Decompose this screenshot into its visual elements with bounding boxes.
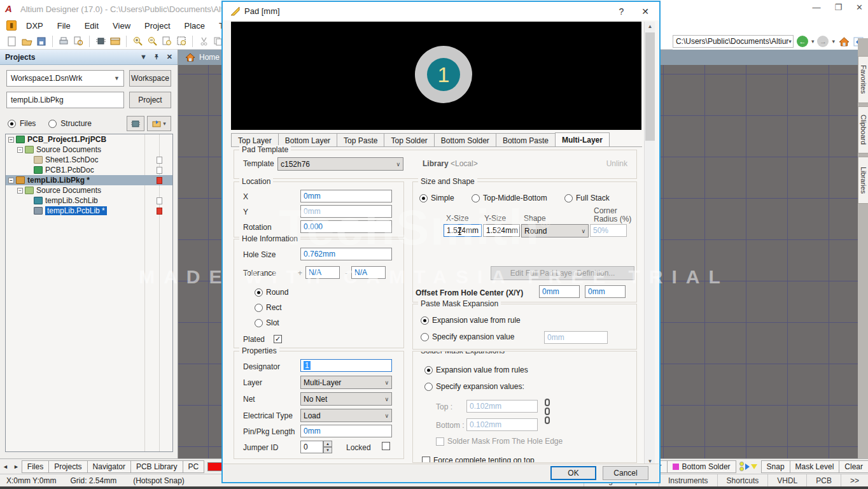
maximize-button[interactable]: ❐	[834, 3, 842, 12]
dialog-scrollbar[interactable]: ▲ ▼	[644, 22, 655, 467]
y-size-input[interactable]: 1.524mm	[483, 224, 520, 237]
tree-item-pcblib[interactable]: tempLib.PcbLib *	[6, 206, 172, 216]
corner-radius-input[interactable]: 50%	[590, 224, 627, 237]
tolerance-plus-input[interactable]: N/A	[305, 266, 340, 279]
solder-top-input[interactable]: 0.102mm	[466, 400, 538, 413]
designator-input[interactable]: 1	[300, 359, 392, 372]
solder-bottom-input[interactable]: 0.102mm	[466, 418, 538, 431]
open-document-icon[interactable]	[21, 36, 32, 47]
paste-specify-radio[interactable]: Specify expansion value	[421, 332, 514, 341]
y-input[interactable]: 0mm	[300, 205, 392, 218]
collapse-icon[interactable]: −	[17, 147, 23, 153]
mask-level-button[interactable]: Mask Level	[790, 460, 840, 473]
template-select[interactable]: c152h76 ∨	[277, 157, 403, 171]
tab-scroll-left-icon[interactable]: ◄	[0, 464, 11, 470]
tab-scroll-right-icon[interactable]: ►	[11, 464, 22, 470]
tab-navigator[interactable]: Navigator	[87, 460, 131, 473]
solder-from-rules-radio[interactable]: Expansion value from rules	[424, 365, 528, 374]
tab-libraries[interactable]: Libraries	[858, 157, 868, 204]
edit-full-pad-button[interactable]: Edit Full Pad Layer Definition...	[491, 266, 634, 280]
status-vhdl[interactable]: VHDL	[767, 474, 806, 487]
dialog-close-button[interactable]: ✕	[641, 6, 649, 17]
hole-size-input[interactable]: 0.762mm	[300, 248, 392, 260]
offset-y-input[interactable]: 0mm	[585, 285, 626, 298]
open-project-button[interactable]: ▾	[147, 116, 171, 131]
menu-project[interactable]: Project	[139, 20, 176, 32]
scrollbar-thumb[interactable]	[645, 32, 655, 141]
scroll-up-icon[interactable]: ▲	[645, 22, 655, 32]
snap-button[interactable]: Snap	[761, 460, 790, 473]
save-icon[interactable]	[36, 36, 47, 47]
solder-specify-radio[interactable]: Specify expansion values:	[424, 382, 524, 391]
tab-clipboard[interactable]: Clipboard	[858, 106, 868, 153]
panel-close-icon[interactable]: ✕	[167, 53, 172, 61]
hole-round-radio[interactable]: Round	[255, 288, 288, 297]
workspace-select[interactable]: Workspace1.DsnWrk ▼	[6, 70, 124, 87]
force-tenting-checkbox[interactable]: Force complete tenting on top	[422, 456, 535, 463]
project-field[interactable]: tempLib.LibPkg	[6, 92, 124, 108]
tab-pcb-library[interactable]: PCB Library	[130, 460, 183, 473]
structure-radio[interactable]	[48, 120, 57, 128]
tab-files[interactable]: Files	[22, 460, 49, 473]
tab-favorites[interactable]: Favorites	[858, 56, 868, 103]
zoom-out-icon[interactable]	[146, 36, 158, 47]
minimize-button[interactable]: —	[812, 3, 820, 12]
paste-expansion-input[interactable]: 0mm	[544, 331, 608, 344]
top-middle-bottom-radio[interactable]: Top-Middle-Bottom	[472, 194, 547, 202]
tree-item-folder[interactable]: − Source Documents	[6, 145, 172, 155]
tab-bottom-paste[interactable]: Bottom Paste	[496, 133, 556, 147]
menu-view[interactable]: View	[107, 20, 136, 32]
zoom-in-icon[interactable]	[132, 36, 143, 47]
shape-select[interactable]: Round∨	[521, 224, 589, 237]
tree-item-project[interactable]: − PCB_Project1.PrjPCB	[6, 134, 172, 145]
locked-checkbox[interactable]	[382, 442, 390, 450]
status-pcb[interactable]: PCB	[806, 474, 841, 487]
dialog-help-button[interactable]: ?	[619, 6, 624, 17]
layer-dot-icon[interactable]	[739, 467, 744, 471]
tolerance-minus-input[interactable]: N/A	[351, 266, 386, 279]
status-instruments[interactable]: Instruments	[659, 474, 717, 487]
clear-button[interactable]: Clear	[839, 460, 868, 473]
tab-pcb-clipped[interactable]: PC	[183, 460, 205, 473]
x-size-input[interactable]: 1.524mm	[444, 224, 482, 237]
tree-item-schdoc[interactable]: Sheet1.SchDoc	[6, 155, 172, 165]
files-radio[interactable]	[8, 120, 16, 128]
forward-button[interactable]: →	[817, 36, 829, 47]
project-button[interactable]: Project	[129, 92, 171, 108]
ok-button[interactable]: OK	[550, 466, 596, 480]
full-stack-radio[interactable]: Full Stack	[564, 194, 610, 202]
collapse-icon[interactable]: −	[17, 188, 23, 194]
tree-item-folder[interactable]: − Source Documents	[6, 185, 172, 195]
rotation-input[interactable]: 0.000	[300, 220, 392, 233]
hole-rect-radio[interactable]: Rect	[255, 303, 282, 312]
filter-icon[interactable]	[751, 464, 757, 469]
home-tab[interactable]: Home	[199, 53, 220, 62]
tab-bottom-solder[interactable]: Bottom Solder	[434, 133, 496, 147]
menu-edit[interactable]: Edit	[79, 20, 104, 32]
status-more[interactable]: >>	[841, 474, 868, 487]
zoom-document-icon[interactable]	[161, 36, 172, 47]
plated-checkbox[interactable]: ✓	[274, 335, 282, 343]
solder-hole-edge-checkbox[interactable]: Solder Mask From The Hole Edge	[436, 437, 563, 446]
unlink-button[interactable]: Unlink	[606, 159, 627, 168]
cancel-button[interactable]: Cancel	[603, 466, 648, 480]
tab-projects[interactable]: Projects	[48, 460, 87, 473]
link-values-icon[interactable]	[544, 399, 550, 424]
component-view-button[interactable]	[127, 116, 144, 131]
offset-x-input[interactable]: 0mm	[539, 285, 580, 298]
status-shortcuts[interactable]: Shortcuts	[717, 474, 768, 487]
simple-radio[interactable]: Simple	[419, 194, 454, 202]
panels-icon[interactable]	[109, 36, 121, 47]
home-button-icon[interactable]	[838, 36, 850, 47]
collapse-icon[interactable]: −	[8, 137, 14, 143]
hole-slot-radio[interactable]: Slot	[255, 318, 279, 327]
new-document-icon[interactable]	[6, 36, 18, 47]
workspace-button[interactable]: Workspace	[129, 70, 171, 87]
electrical-type-select[interactable]: Load∨	[300, 409, 392, 422]
tab-multi-layer[interactable]: Multi-Layer	[555, 132, 610, 147]
menu-file[interactable]: File	[52, 20, 76, 32]
tab-top-solder[interactable]: Top Solder	[384, 133, 434, 147]
panel-dropdown-icon[interactable]: ▼	[140, 53, 147, 61]
jumper-id-stepper[interactable]: ▲▼	[323, 441, 332, 453]
paste-from-rule-radio[interactable]: Expansion value from rule	[421, 316, 521, 325]
